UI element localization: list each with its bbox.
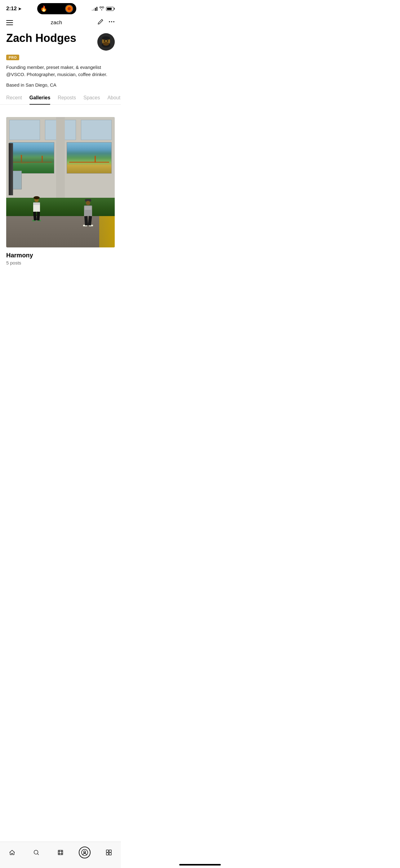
tab-reposts[interactable]: Reposts [58, 95, 76, 104]
battery-icon [106, 7, 115, 11]
di-circle [65, 5, 73, 13]
menu-button[interactable] [6, 20, 15, 25]
pro-badge: PRO [6, 55, 19, 60]
svg-point-0 [109, 21, 110, 22]
gallery-posts-count: 5 posts [6, 260, 115, 266]
profile-tabs: Recent Galleries Reposts Spaces About [0, 95, 121, 104]
svg-point-7 [104, 40, 105, 41]
tab-spaces[interactable]: Spaces [84, 95, 100, 104]
more-button[interactable] [108, 19, 115, 26]
svg-point-1 [111, 21, 112, 22]
gallery-content: Harmony 5 posts [0, 111, 121, 266]
flame-icon: 🔥 [40, 5, 47, 12]
gallery-image[interactable] [6, 117, 115, 247]
nav-title: zach [51, 20, 62, 26]
bio-text: Founding member, preset maker, & evangel… [6, 64, 115, 78]
svg-point-8 [107, 40, 108, 41]
dynamic-island: 🔥 [37, 3, 76, 14]
tab-galleries[interactable]: Galleries [29, 95, 51, 104]
top-navigation: zach [0, 16, 121, 30]
svg-point-6 [102, 36, 110, 40]
svg-point-2 [113, 21, 114, 22]
time-display: 2:12 [6, 6, 17, 12]
gallery-title: Harmony [6, 252, 115, 259]
svg-point-9 [103, 42, 109, 45]
tab-recent[interactable]: Recent [6, 95, 22, 104]
nav-actions [97, 19, 115, 26]
status-time: 2:12 ➤ [6, 6, 22, 12]
avatar [97, 33, 115, 51]
location-arrow-icon: ➤ [18, 6, 22, 11]
tab-about[interactable]: About [107, 95, 120, 104]
status-icons [92, 6, 115, 11]
edit-button[interactable] [97, 19, 104, 26]
profile-header: Zach Hodges [0, 30, 121, 51]
wifi-icon [99, 6, 104, 11]
profile-name: Zach Hodges [6, 32, 97, 44]
profile-meta: PRO Founding member, preset maker, & eva… [0, 51, 121, 89]
status-bar: 2:12 ➤ 🔥 [0, 0, 121, 16]
location-text: Based in San Diego, CA [6, 82, 115, 89]
gallery-photo-display [6, 117, 115, 247]
signal-bars-icon [92, 6, 97, 11]
